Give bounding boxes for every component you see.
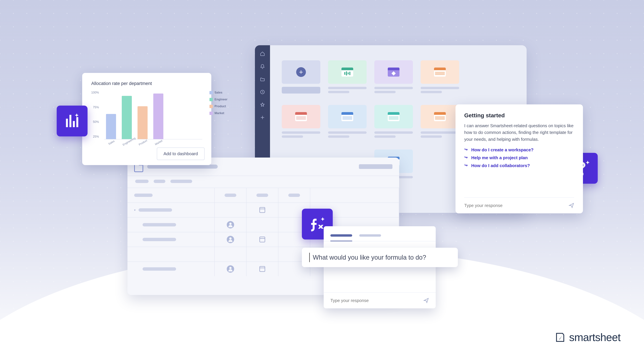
- bell-icon[interactable]: [260, 64, 265, 69]
- star-icon[interactable]: [260, 102, 265, 107]
- chart-xaxis: Sales Engineering Product Market: [104, 139, 202, 147]
- send-icon[interactable]: [423, 298, 429, 303]
- template-tile[interactable]: [282, 105, 320, 139]
- formula-input[interactable]: [330, 298, 411, 303]
- chart-plot: Sales Engineer Product Market: [104, 91, 202, 139]
- chat-input[interactable]: [464, 203, 554, 208]
- avatar-icon: [227, 236, 234, 243]
- avatar-icon: [227, 265, 234, 273]
- calendar-icon: [260, 207, 265, 213]
- smartsheet-logo-icon: [555, 333, 565, 342]
- formula-prompt-bubble[interactable]: What would you like your formula to do?: [302, 248, 458, 267]
- calendar-icon: [260, 266, 265, 272]
- suggestion-link[interactable]: Help me with a project plan: [464, 155, 574, 160]
- table-header-row: [128, 188, 399, 202]
- chart-title: Allocation rate per department: [91, 81, 202, 86]
- chart-yaxis: 100% 75% 50% 25%: [91, 91, 99, 139]
- template-tile[interactable]: [328, 60, 366, 95]
- ai-chart-badge: [57, 106, 88, 136]
- brand-logo: smartsheet: [555, 331, 620, 344]
- template-tile[interactable]: [328, 105, 366, 139]
- getting-started-panel: Getting started I can answer Smartsheet-…: [456, 104, 583, 213]
- formula-panel: [324, 226, 436, 308]
- create-new-tile[interactable]: +: [282, 60, 320, 95]
- folder-icon[interactable]: [260, 77, 265, 82]
- plus-icon[interactable]: [260, 115, 265, 120]
- panel-body: I can answer Smartsheet-related question…: [464, 122, 574, 143]
- arrow-return-icon: [464, 163, 469, 168]
- arrow-return-icon: [464, 155, 469, 160]
- chart-legend: Sales Engineer Product Market: [210, 91, 228, 115]
- send-icon[interactable]: [568, 203, 574, 208]
- template-tile[interactable]: [420, 60, 459, 95]
- suggestion-link[interactable]: How do I add collaborators?: [464, 163, 574, 168]
- formula-prompt-text: What would you like your formula to do?: [313, 254, 426, 261]
- recent-icon[interactable]: [260, 89, 265, 94]
- tab[interactable]: [359, 234, 381, 237]
- chart-widget: Allocation rate per department 100% 75% …: [82, 73, 211, 165]
- home-icon[interactable]: [260, 51, 265, 56]
- add-to-dashboard-button[interactable]: Add to dashboard: [157, 147, 204, 160]
- calendar-icon: [260, 237, 265, 242]
- suggestion-link[interactable]: How do I create a workspace?: [464, 147, 574, 152]
- table-row[interactable]: ▾: [128, 202, 399, 217]
- arrow-return-icon: [464, 147, 469, 152]
- panel-title: Getting started: [464, 112, 574, 119]
- formula-tabs: [324, 226, 436, 241]
- tab[interactable]: [330, 234, 352, 237]
- template-tile[interactable]: [420, 105, 459, 139]
- avatar-icon: [227, 221, 234, 228]
- template-tile[interactable]: [374, 60, 413, 95]
- template-tile[interactable]: [374, 105, 413, 139]
